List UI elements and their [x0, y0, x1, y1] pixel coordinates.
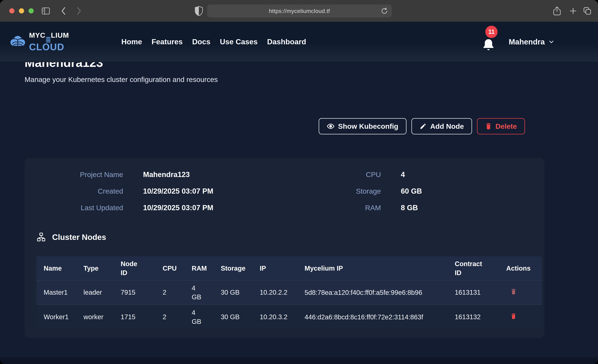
new-tab-icon[interactable]: [569, 7, 577, 15]
table-row-master1: Master1 leader 7915 2 4 GB 30 GB 10.20.2…: [36, 280, 542, 305]
col-header-cpu: CPU: [156, 256, 184, 280]
cell-type: leader: [76, 280, 114, 305]
info-row-storage: Storage 60 GB: [282, 187, 422, 195]
cell-actions: [499, 280, 542, 305]
cell-name: Master1: [36, 280, 76, 305]
eye-icon: [327, 123, 334, 130]
user-menu[interactable]: Mahendra: [509, 37, 555, 46]
cluster-details-card: Project Name Mahendra123 Created 10/29/2…: [25, 158, 544, 338]
cell-actions: [499, 305, 542, 329]
cluster-nodes-label: Cluster Nodes: [52, 233, 106, 242]
storage-value: 60 GB: [401, 187, 422, 195]
cell-storage: 30 GB: [214, 280, 253, 305]
nav-link-dashboard[interactable]: Dashboard: [267, 38, 306, 46]
cell-contract-id: 1613131: [448, 280, 499, 305]
nav-link-features[interactable]: Features: [151, 38, 183, 46]
back-button[interactable]: [60, 6, 67, 16]
cluster-info-left: Project Name Mahendra123 Created 10/29/2…: [25, 170, 213, 212]
col-header-ram: RAM: [184, 256, 214, 280]
col-header-mycelium-ip: Mycelium IP: [298, 256, 448, 280]
privacy-shield-icon[interactable]: [195, 6, 203, 16]
info-row-ram: RAM 8 GB: [282, 204, 422, 212]
add-node-label: Add Node: [430, 122, 464, 130]
ram-label: RAM: [282, 204, 381, 212]
cluster-info-right: CPU 4 Storage 60 GB RAM 8 GB: [282, 170, 422, 212]
nav-link-home[interactable]: Home: [121, 38, 142, 46]
table-header-row: Name Type Node ID CPU RAM Storage IP Myc…: [36, 256, 542, 280]
cell-ram: 4 GB: [184, 305, 214, 329]
col-header-name: Name: [36, 256, 76, 280]
address-bar[interactable]: https://myceliumcloud.tf: [207, 4, 392, 17]
cell-name: Worker1: [36, 305, 76, 329]
info-row-project-name: Project Name Mahendra123: [25, 170, 213, 179]
nav-links: Home Features Docs Use Cases Dashboard: [121, 38, 306, 46]
add-node-button[interactable]: Add Node: [411, 118, 472, 134]
info-row-last-updated: Last Updated 10/29/2025 03:07 PM: [25, 204, 213, 212]
project-name-value: Mahendra123: [143, 170, 190, 179]
tab-overview-icon[interactable]: [583, 7, 592, 16]
cell-ram: 4 GB: [184, 280, 214, 305]
cell-type: worker: [76, 305, 114, 329]
ram-value: 8 GB: [401, 204, 418, 212]
close-window-button[interactable]: [9, 8, 14, 13]
delete-node-button[interactable]: [511, 313, 516, 320]
table-row-worker1: Worker1 worker 1715 2 4 GB 30 GB 10.20.3…: [36, 305, 542, 329]
reload-icon[interactable]: [381, 7, 388, 15]
notifications-button[interactable]: 11: [481, 26, 501, 52]
nav-link-use-cases[interactable]: Use Cases: [220, 38, 258, 46]
show-kubeconfig-button[interactable]: Show Kubeconfig: [319, 118, 407, 134]
cell-mycelium-ip: 5d8:78ea:a120:f40c:ff0f:a5fe:99e6:8b96: [298, 280, 448, 305]
cpu-label: CPU: [282, 171, 381, 179]
cell-node-id: 7915: [114, 280, 156, 305]
col-header-storage: Storage: [214, 256, 253, 280]
project-name-label: Project Name: [25, 171, 123, 179]
chevron-down-icon: [548, 39, 555, 45]
col-header-contract-id: Contract ID: [448, 256, 499, 280]
forward-button[interactable]: [75, 6, 82, 16]
cell-storage: 30 GB: [214, 305, 253, 329]
trash-icon: [485, 123, 492, 130]
cell-cpu: 2: [156, 305, 184, 329]
last-updated-label: Last Updated: [25, 204, 123, 212]
delete-node-button[interactable]: [511, 288, 516, 295]
cell-cpu: 2: [156, 280, 184, 305]
window-controls: [9, 8, 34, 13]
user-name: Mahendra: [509, 37, 545, 46]
page-subtitle: Manage your Kubernetes cluster configura…: [25, 75, 218, 84]
cluster-nodes-heading: Cluster Nodes: [36, 232, 106, 242]
cell-ip: 10.20.2.2: [253, 280, 298, 305]
address-bar-url: https://myceliumcloud.tf: [269, 8, 330, 14]
sidebar-icon[interactable]: [42, 7, 50, 15]
site-navbar: Mahendra123 MYCLIUM CLOUD Home: [0, 22, 598, 62]
info-row-cpu: CPU 4: [282, 170, 422, 179]
cloud-logo-icon: [9, 35, 26, 48]
cluster-nodes-table: Name Type Node ID CPU RAM Storage IP Myc…: [36, 256, 542, 329]
col-header-node-id: Node ID: [114, 256, 156, 280]
zoom-window-button[interactable]: [29, 8, 34, 13]
cluster-actions-row: Show Kubeconfig Add Node Delete: [319, 118, 525, 134]
col-header-ip: IP: [253, 256, 298, 280]
mycelium-cloud-logo[interactable]: MYCLIUM CLOUD: [9, 32, 69, 52]
delete-label: Delete: [495, 122, 517, 130]
col-header-type: Type: [76, 256, 114, 280]
browser-window: https://myceliumcloud.tf M: [0, 0, 598, 364]
notification-count-badge: 11: [485, 26, 498, 38]
show-kubeconfig-label: Show Kubeconfig: [338, 122, 398, 130]
minimize-window-button[interactable]: [19, 8, 24, 13]
col-header-actions: Actions: [499, 256, 542, 280]
logo-line-mycelium: MYCLIUM: [29, 32, 69, 42]
logo-line-cloud: CLOUD: [29, 42, 69, 52]
last-updated-value: 10/29/2025 03:07 PM: [143, 204, 213, 212]
nav-link-docs[interactable]: Docs: [192, 38, 210, 46]
logo-e-bars: [46, 37, 50, 42]
bell-icon: [482, 38, 495, 52]
info-row-created: Created 10/29/2025 03:07 PM: [25, 187, 213, 195]
delete-cluster-button[interactable]: Delete: [477, 118, 525, 134]
created-label: Created: [25, 187, 123, 195]
cell-ip: 10.20.3.2: [253, 305, 298, 329]
storage-label: Storage: [282, 187, 381, 195]
navbar-blur-haze: [0, 44, 598, 62]
share-icon[interactable]: [553, 6, 561, 16]
cell-node-id: 1715: [114, 305, 156, 329]
cpu-value: 4: [401, 170, 405, 179]
